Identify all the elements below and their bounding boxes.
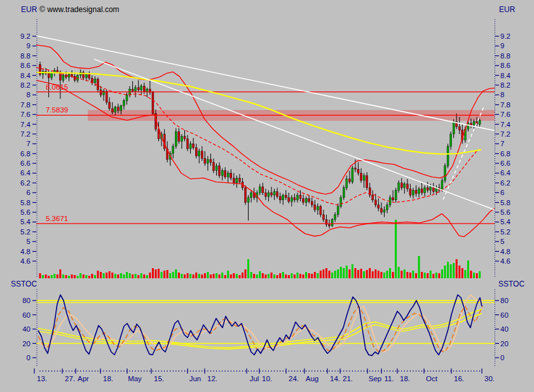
svg-text:14.: 14.: [330, 375, 340, 382]
svg-text:12.: 12.: [207, 375, 217, 382]
svg-text:8.2: 8.2: [500, 81, 510, 89]
svg-text:5.8: 5.8: [20, 199, 31, 206]
svg-text:10.: 10.: [262, 375, 272, 382]
svg-text:7.6: 7.6: [500, 111, 510, 118]
svg-text:27.: 27.: [65, 375, 75, 382]
svg-text:7.6: 7.6: [20, 111, 31, 118]
svg-text:20: 20: [500, 340, 509, 348]
stoch-axis-left: 020406080: [22, 289, 37, 367]
svg-text:8.4: 8.4: [20, 72, 31, 79]
svg-text:5.4: 5.4: [500, 218, 511, 226]
svg-text:21.: 21.: [343, 375, 353, 382]
svg-text:7.2: 7.2: [500, 130, 510, 138]
svg-text:60: 60: [22, 311, 31, 319]
svg-text:May: May: [128, 375, 142, 382]
svg-text:5.8: 5.8: [500, 199, 510, 206]
svg-text:7.2: 7.2: [20, 130, 31, 138]
svg-text:8.8: 8.8: [20, 52, 31, 60]
svg-text:4.6: 4.6: [500, 257, 510, 265]
svg-text:8.2: 8.2: [20, 81, 31, 89]
svg-text:5.2: 5.2: [20, 228, 31, 236]
svg-text:80: 80: [22, 297, 31, 304]
svg-text:8.8: 8.8: [500, 52, 510, 60]
svg-text:Oct: Oct: [426, 375, 438, 382]
svg-text:9: 9: [27, 42, 31, 50]
svg-text:Aug: Aug: [306, 375, 318, 382]
svg-text:8: 8: [27, 91, 31, 98]
svg-text:9: 9: [500, 42, 504, 50]
svg-text:5.2: 5.2: [500, 228, 510, 236]
svg-text:18.: 18.: [400, 375, 410, 382]
svg-text:6.4: 6.4: [500, 169, 511, 177]
svg-text:13.: 13.: [37, 375, 47, 382]
price-axis-right: 9.298.88.68.48.287.87.67.47.276.86.66.46…: [495, 19, 511, 278]
svg-text:6: 6: [500, 189, 504, 196]
svg-text:4.8: 4.8: [20, 248, 31, 255]
svg-text:15.: 15.: [154, 375, 164, 382]
svg-text:6.6: 6.6: [500, 159, 510, 167]
svg-text:60: 60: [500, 311, 509, 319]
svg-text:7.8: 7.8: [500, 101, 510, 109]
svg-text:18.: 18.: [103, 375, 113, 382]
svg-text:80: 80: [500, 297, 509, 304]
svg-text:6.2: 6.2: [20, 179, 31, 187]
chart-canvas[interactable]: 8.06157.58395.36719.298.88.68.48.287.87.…: [0, 0, 534, 392]
price-plot-area[interactable]: [36, 19, 495, 280]
svg-text:8.4: 8.4: [500, 72, 511, 79]
svg-text:40: 40: [22, 325, 31, 333]
svg-text:5.6: 5.6: [500, 208, 510, 216]
svg-text:8.6: 8.6: [20, 62, 31, 69]
svg-text:6.4: 6.4: [20, 169, 31, 177]
stoch-axis-right: 020406080: [495, 289, 509, 367]
svg-text:0: 0: [500, 354, 504, 362]
svg-text:5.4: 5.4: [20, 218, 31, 226]
svg-text:4.6: 4.6: [20, 257, 31, 265]
svg-text:7.8: 7.8: [20, 101, 31, 109]
svg-text:Jun: Jun: [189, 375, 202, 382]
svg-text:8: 8: [500, 91, 504, 98]
svg-text:7.4: 7.4: [500, 121, 511, 128]
svg-text:6.2: 6.2: [500, 179, 510, 187]
svg-text:7.4: 7.4: [20, 121, 31, 128]
svg-text:30.: 30.: [484, 375, 495, 382]
svg-text:9.2: 9.2: [500, 32, 510, 40]
price-axis-left: 9.298.88.68.48.287.87.67.47.276.86.66.46…: [20, 19, 37, 278]
chart-window: EUR © www.tradesignal.com EUR SSTOC SSTO…: [0, 0, 534, 392]
svg-text:Sep: Sep: [369, 375, 381, 382]
svg-text:6.6: 6.6: [20, 159, 31, 167]
svg-text:6.8: 6.8: [20, 150, 31, 158]
svg-text:7: 7: [27, 140, 31, 147]
svg-text:7: 7: [500, 140, 504, 147]
svg-text:4.8: 4.8: [500, 248, 510, 255]
svg-text:8.6: 8.6: [500, 62, 510, 69]
svg-text:Apr: Apr: [78, 375, 89, 382]
svg-text:16.: 16.: [454, 375, 464, 382]
svg-text:9.2: 9.2: [20, 32, 31, 40]
svg-text:40: 40: [500, 325, 509, 333]
svg-text:5: 5: [500, 238, 504, 245]
svg-text:6: 6: [27, 189, 31, 196]
svg-text:7.5839: 7.5839: [46, 106, 68, 114]
svg-text:5.6: 5.6: [20, 208, 31, 216]
svg-text:24.: 24.: [289, 375, 299, 382]
svg-text:6.8: 6.8: [500, 150, 510, 158]
svg-text:5: 5: [27, 238, 31, 245]
svg-text:11.: 11.: [384, 375, 394, 382]
svg-text:Jul: Jul: [250, 375, 259, 382]
svg-text:20: 20: [22, 340, 31, 348]
svg-text:5.3671: 5.3671: [46, 215, 68, 222]
date-axis: 13.27.Apr18.May15.Jun12.Jul10.24.Aug14.2…: [34, 368, 495, 382]
svg-text:0: 0: [27, 354, 31, 362]
